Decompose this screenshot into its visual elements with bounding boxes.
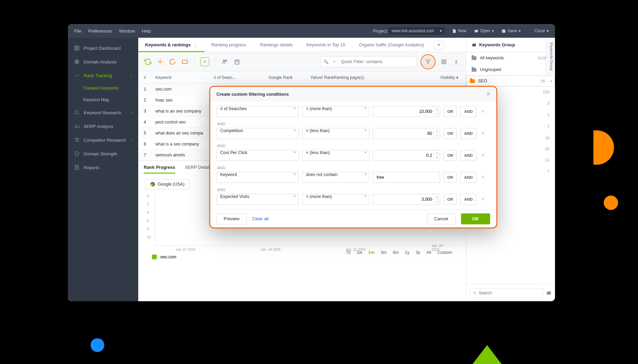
filter-field-select[interactable]: Expected Visits [216, 194, 299, 205]
filter-button[interactable] [421, 54, 436, 69]
sidebar-item-serp-analysis[interactable]: SERP Analysis [68, 119, 138, 133]
filter-value[interactable]: ▴▾ [373, 194, 440, 205]
subtab-serp-details[interactable]: SERP Details [185, 161, 212, 174]
or-button[interactable]: OR [444, 194, 457, 205]
quick-filter[interactable]: 🔍 ▾ [320, 56, 416, 67]
and-button[interactable]: AND [460, 172, 476, 183]
engine-select[interactable]: Google (USA) [145, 179, 190, 189]
range-1m[interactable]: 1m [368, 250, 375, 255]
filter-value[interactable]: ▴▾ [373, 150, 440, 161]
filter-value[interactable]: ▴▾ [373, 128, 440, 139]
tab-add[interactable]: + [434, 40, 444, 49]
range-6m[interactable]: 6m [393, 250, 399, 255]
filter-field-select[interactable]: Keyword [216, 172, 299, 183]
spinner-down[interactable]: ▾ [434, 199, 440, 204]
and-button[interactable]: AND [460, 106, 476, 117]
sidebar-item-project-dashboard[interactable]: Project Dashboard [68, 41, 138, 55]
spinner-up[interactable]: ▴ [434, 150, 440, 155]
spinner-down[interactable]: ▾ [434, 133, 440, 139]
col-num[interactable]: # [144, 75, 155, 80]
tab-ranking-progress[interactable]: Ranking progress [204, 38, 253, 52]
menu-help[interactable]: Help [142, 28, 151, 34]
or-button[interactable]: OR [444, 172, 457, 183]
filter-op-select[interactable]: < (less than) [302, 150, 369, 161]
sidebar-item-domain-strength[interactable]: Domain Strength [68, 147, 138, 161]
sidebar-item-competitor-research[interactable]: Competitor Research› [68, 133, 138, 147]
remove-row-icon[interactable]: × [480, 174, 486, 180]
add-folder-icon[interactable] [546, 290, 552, 296]
tab-rankings-details[interactable]: Rankings details [253, 38, 299, 52]
filter-op-select[interactable]: does not contain [302, 172, 369, 183]
col-yahoo[interactable]: Yahoo! Rank [293, 75, 334, 80]
group-item[interactable]: All keywords10,000 [466, 52, 555, 64]
download-icon[interactable] [452, 58, 460, 66]
users-icon[interactable] [221, 58, 229, 66]
range-1y[interactable]: 1y [405, 250, 410, 255]
close-button[interactable]: Close ▾ [528, 28, 549, 33]
calendar-icon[interactable] [233, 58, 241, 66]
refresh-target-icon[interactable] [156, 58, 164, 66]
col-google[interactable]: Google Rank [251, 75, 293, 80]
filter-field-select[interactable]: Competition [216, 128, 299, 139]
sidebar-item-domain-analysis[interactable]: Domain Analysis [68, 55, 138, 69]
tab-keywords-rankings[interactable]: Keywords & rankings ⋮ [138, 38, 204, 52]
or-button[interactable]: OR [444, 150, 457, 161]
spinner-up[interactable]: ▴ [434, 106, 440, 111]
sidebar-item-reports[interactable]: Reports [68, 161, 138, 174]
group-search-input[interactable] [470, 288, 543, 298]
ok-button[interactable]: OK [461, 213, 491, 224]
subtab-rank-progress[interactable]: Rank Progress [144, 161, 175, 174]
preview-button[interactable]: Preview [216, 213, 247, 224]
filter-op-select[interactable]: > (more than) [302, 194, 369, 205]
remove-row-icon[interactable]: × [480, 108, 486, 115]
new-button[interactable]: New [452, 28, 466, 33]
and-button[interactable]: AND [460, 150, 476, 161]
spinner-down[interactable]: ▾ [434, 155, 440, 161]
remove-row-icon[interactable]: × [480, 196, 486, 202]
group-item[interactable]: Ungrouped16 [466, 64, 555, 75]
modal-close-icon[interactable]: × [486, 91, 490, 98]
open-button[interactable]: Open ▾ [474, 28, 494, 33]
card-icon[interactable] [181, 58, 189, 66]
vertical-tab[interactable]: Keywords Group [546, 38, 555, 75]
col-ranking[interactable]: Ranking page(s) [334, 75, 382, 80]
project-select[interactable]: www.link-assistant.com [388, 27, 445, 35]
sidebar-item-rank-tracking[interactable]: Rank Tracking⌄ [68, 69, 138, 82]
filter-field-select[interactable]: Cost Per Click [216, 150, 299, 161]
refresh-icon[interactable] [144, 58, 152, 66]
col-visibility[interactable]: Visibility ▾ [382, 75, 460, 80]
menu-file[interactable]: File [74, 28, 81, 34]
or-button[interactable]: OR [444, 106, 457, 117]
remove-row-icon[interactable]: × [480, 152, 486, 158]
refresh-orange-icon[interactable] [168, 58, 177, 66]
spinner-up[interactable]: ▴ [434, 194, 440, 199]
add-button[interactable]: + [200, 57, 209, 66]
filter-field-select[interactable]: # of Searches [216, 106, 299, 117]
sidebar-item-keyword-research[interactable]: Keyword Research› [68, 106, 138, 119]
remove-row-icon[interactable]: × [480, 130, 486, 137]
tab-organic-traffic[interactable]: Organic traffic (Google Analytics) [352, 38, 431, 52]
group-item[interactable]: SEO16 [466, 75, 555, 86]
menu-window[interactable]: Window [119, 28, 135, 34]
range-3y[interactable]: 3y [416, 250, 420, 255]
sidebar-sub-tracked-keywords[interactable]: Tracked Keywords [68, 82, 138, 94]
filter-op-select[interactable]: < (less than) [302, 128, 369, 139]
or-button[interactable]: OR [444, 128, 457, 139]
quick-filter-dropdown[interactable]: ▾ [331, 60, 338, 63]
clear-all-button[interactable]: Clear all [252, 213, 269, 224]
sidebar-sub-keyword-map[interactable]: Keyword Map [68, 94, 138, 106]
range-3m[interactable]: 3m [381, 250, 387, 255]
and-button[interactable]: AND [460, 128, 476, 139]
filter-value[interactable]: ▴▾ [373, 106, 440, 117]
filter-op-select[interactable]: > (more than) [302, 106, 369, 117]
menu-preferences[interactable]: Preferences [88, 28, 112, 34]
grid-icon[interactable] [440, 58, 448, 66]
cancel-button[interactable]: Cancel [427, 213, 455, 224]
range-All[interactable]: All [426, 250, 431, 255]
col-keyword[interactable]: Keyword [155, 75, 214, 80]
tab-keywords-top10[interactable]: Keywords in Top 10 [299, 38, 352, 52]
spinner-up[interactable]: ▴ [434, 128, 440, 133]
and-button[interactable]: AND [460, 194, 476, 205]
filter-value[interactable] [373, 172, 440, 183]
save-button[interactable]: Save ▾ [501, 28, 521, 33]
